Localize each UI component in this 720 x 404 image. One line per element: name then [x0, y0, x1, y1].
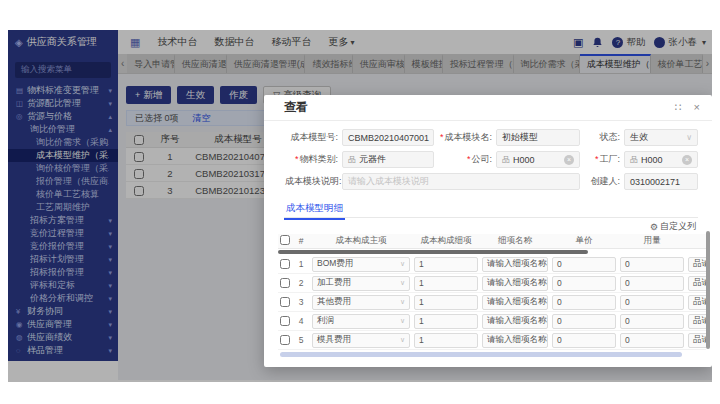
detail-table-row: 1 BOM费用∨ 1 请输入细项名称 0 0 品请点击	[278, 255, 706, 274]
field-module-name: *成本模块名: 初始模型	[438, 129, 580, 146]
tab-cost-model-detail[interactable]: 成本模型明细	[284, 199, 345, 220]
item-name-input[interactable]: 请输入细项名称	[482, 333, 548, 348]
org-tree-icon: 品	[693, 334, 702, 346]
quantity-input[interactable]: 0	[620, 333, 684, 348]
main-item-select[interactable]: 利润∨	[312, 314, 410, 329]
view-modal: 查看 ∷ × 成本模型号: CBMB20210407001 *成本模块名: 初始…	[264, 95, 712, 367]
chevron-down-icon: ∨	[400, 298, 405, 306]
chevron-down-icon: ∨	[400, 336, 405, 344]
material-picker[interactable]: 品请点击	[688, 295, 706, 310]
unit-price-input[interactable]: 0	[552, 276, 616, 291]
org-tree-icon: 品	[693, 296, 702, 308]
clear-icon[interactable]: ×	[682, 155, 692, 165]
required-mark: *	[467, 154, 471, 164]
expand-icon[interactable]: ∷	[675, 101, 682, 114]
field-material-type: *物料类别: 品元器件	[284, 151, 434, 168]
main-item-select[interactable]: 其他费用∨	[312, 295, 410, 310]
quantity-input[interactable]: 0	[620, 276, 684, 291]
material-picker[interactable]: 品请点击	[688, 257, 706, 272]
gear-icon: ⚙	[650, 222, 658, 232]
org-tree-icon: 品	[502, 154, 510, 165]
modal-header: 查看 ∷ ×	[264, 95, 712, 121]
row-checkbox[interactable]	[278, 312, 292, 330]
cost-model-form: 成本模型号: CBMB20210407001 *成本模块名: 初始模型 状态: …	[284, 129, 708, 190]
item-name-input[interactable]: 请输入细项名称	[482, 314, 548, 329]
field-label: 创建人:	[590, 176, 620, 186]
sub-item-input[interactable]: 1	[414, 295, 478, 310]
field-label: 状态:	[599, 132, 620, 142]
row-checkbox[interactable]	[278, 331, 292, 349]
detail-table-row: 4 利润∨ 1 请输入细项名称 0 0 品请点击	[278, 312, 706, 331]
chevron-down-icon: ∨	[400, 260, 405, 268]
item-name-input[interactable]: 请输入细项名称	[482, 276, 548, 291]
required-mark: *	[295, 154, 299, 164]
detail-table-header: # 成本构成主项 成本构成细项 细项名称 单价 用量	[278, 234, 706, 249]
field-model-no: 成本模型号: CBMB20210407001	[284, 129, 434, 146]
field-module-desc: 成本模块说明: 请输入成本模块说明	[284, 173, 580, 190]
field-label: 成本模块说明:	[285, 176, 342, 186]
item-name-input[interactable]: 请输入细项名称	[482, 257, 548, 272]
org-tree-icon: 品	[693, 258, 702, 270]
material-picker[interactable]: 品请点击	[688, 314, 706, 329]
required-mark: *	[595, 154, 599, 164]
unit-price-input[interactable]: 0	[552, 295, 616, 310]
field-label: 物料类别:	[299, 154, 338, 164]
creator-input[interactable]: 0310002171	[624, 173, 698, 190]
quantity-input[interactable]: 0	[620, 257, 684, 272]
material-picker[interactable]: 品请点击	[688, 276, 706, 291]
row-checkbox[interactable]	[278, 293, 292, 311]
unit-price-input[interactable]: 0	[552, 333, 616, 348]
field-status: 状态: 生效∨	[584, 129, 698, 146]
field-label: 公司:	[471, 154, 492, 164]
close-icon[interactable]: ×	[694, 101, 700, 114]
unit-price-input[interactable]: 0	[552, 314, 616, 329]
sub-item-input[interactable]: 1	[414, 276, 478, 291]
unit-price-input[interactable]: 0	[552, 257, 616, 272]
header-scrollbar[interactable]	[278, 250, 706, 254]
status-select[interactable]: 生效∨	[624, 129, 698, 146]
main-item-select[interactable]: 加工费用∨	[312, 276, 410, 291]
sub-item-input[interactable]: 1	[414, 314, 478, 329]
row-checkbox[interactable]	[278, 255, 292, 273]
org-tree-icon: 品	[630, 154, 638, 165]
main-item-select[interactable]: BOM费用∨	[312, 257, 410, 272]
field-label: 成本模型号:	[290, 132, 338, 142]
field-company: *公司: 品H000×	[438, 151, 580, 168]
factory-picker[interactable]: 品H000×	[624, 151, 698, 168]
org-tree-icon: 品	[348, 154, 356, 165]
main-item-select[interactable]: 模具费用∨	[312, 333, 410, 348]
detail-table-row: 5 模具费用∨ 1 请输入细项名称 0 0 品请点击	[278, 331, 706, 350]
clear-icon[interactable]: ×	[564, 155, 574, 165]
item-name-input[interactable]: 请输入细项名称	[482, 295, 548, 310]
app-frame: ◈ 供应商关系管理 ▦ 技术中台 数据中台 移动平台 更多▾ ▣ ?帮助 张小春…	[8, 30, 712, 382]
field-label: 工厂:	[599, 154, 620, 164]
row-checkbox[interactable]	[278, 274, 292, 292]
sub-item-input[interactable]: 1	[414, 257, 478, 272]
module-desc-input[interactable]: 请输入成本模块说明	[342, 173, 580, 190]
quantity-input[interactable]: 0	[620, 314, 684, 329]
required-mark: *	[440, 132, 444, 142]
chevron-down-icon: ∨	[400, 279, 405, 287]
modal-body: 成本模型号: CBMB20210407001 *成本模块名: 初始模型 状态: …	[264, 121, 712, 357]
detail-table-row: 2 加工费用∨ 1 请输入细项名称 0 0 品请点击	[278, 274, 706, 293]
module-name-input[interactable]: 初始模型	[496, 129, 580, 146]
org-tree-icon: 品	[693, 277, 702, 289]
detail-table: # 成本构成主项 成本构成细项 细项名称 单价 用量 1 BOM费用∨	[278, 234, 706, 357]
vertical-scrollbar[interactable]	[706, 231, 710, 349]
sub-item-input[interactable]: 1	[414, 333, 478, 348]
material-picker[interactable]: 品请点击	[688, 333, 706, 348]
material-type-picker[interactable]: 品元器件	[342, 151, 434, 168]
detail-table-row: 3 其他费用∨ 1 请输入细项名称 0 0 品请点击	[278, 293, 706, 312]
model-no-input[interactable]: CBMB20210407001	[342, 129, 434, 146]
detail-table-body: 1 BOM费用∨ 1 请输入细项名称 0 0 品请点击 2 加工费用∨	[278, 255, 706, 350]
field-factory: *工厂: 品H000×	[584, 151, 698, 168]
chevron-down-icon: ∨	[686, 133, 692, 142]
company-picker[interactable]: 品H000×	[496, 151, 580, 168]
select-all-checkbox[interactable]	[278, 235, 292, 247]
org-tree-icon: 品	[693, 315, 702, 327]
quantity-input[interactable]: 0	[620, 295, 684, 310]
chevron-down-icon: ∨	[400, 317, 405, 325]
field-creator: 创建人: 0310002171	[584, 173, 698, 190]
horizontal-scrollbar[interactable]	[278, 352, 706, 357]
customize-columns-link[interactable]: ⚙ 自定义列	[278, 219, 708, 234]
